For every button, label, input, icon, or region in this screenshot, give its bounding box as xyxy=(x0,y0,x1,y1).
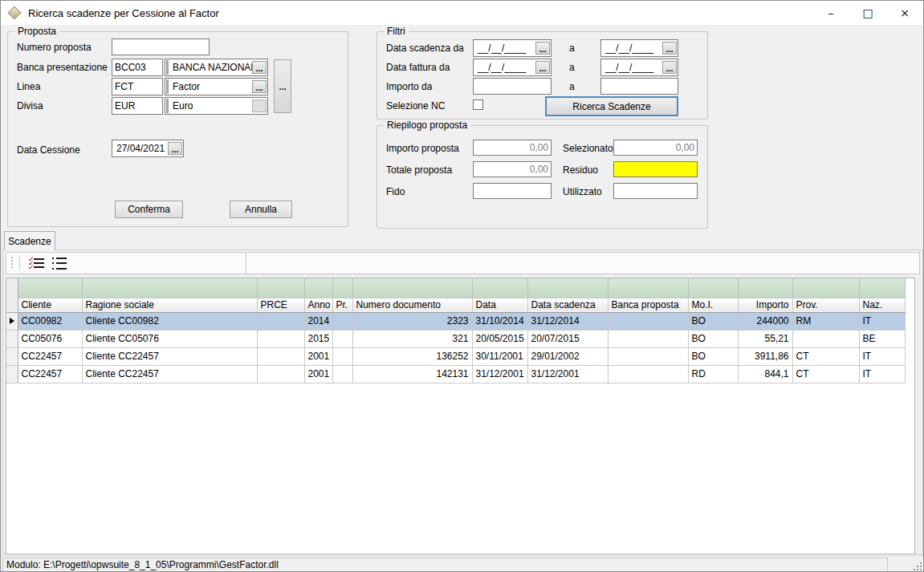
grid-cell[interactable]: BO xyxy=(688,330,738,347)
select-all-rows-button[interactable]: ✓ ✓ ✓ xyxy=(25,254,47,273)
row-selector[interactable] xyxy=(6,365,18,383)
data-scadenza-da-field[interactable]: __/__/____ ... xyxy=(473,39,552,57)
annulla-button[interactable]: Annulla xyxy=(230,201,292,218)
grid-cell[interactable]: 31/10/2014 xyxy=(472,312,527,330)
grid-cell[interactable]: CC22457 xyxy=(18,347,82,365)
filter-cell-11[interactable] xyxy=(792,278,859,298)
banca-linea-lookup-button[interactable]: ... xyxy=(274,59,291,113)
grid-cell[interactable]: 2001 xyxy=(304,365,332,383)
grid-cell[interactable] xyxy=(257,347,304,365)
utilizzato-input[interactable] xyxy=(613,183,698,199)
row-selector[interactable] xyxy=(6,312,18,330)
column-header-prov-[interactable]: Prov. xyxy=(792,298,859,312)
column-header-prce[interactable]: PRCE xyxy=(257,298,304,312)
column-header-numero-documento[interactable]: Numero documento xyxy=(352,298,472,312)
grid-cell[interactable]: CC00982 xyxy=(18,312,82,330)
grid-cell[interactable] xyxy=(332,347,352,365)
grid-cell[interactable] xyxy=(608,365,688,383)
table-row[interactable]: CC22457Cliente CC22457200113625230/11/20… xyxy=(6,347,905,365)
banca-desc-field[interactable]: BANCA NAZIONALE [ ... xyxy=(165,59,268,76)
filter-cell-12[interactable] xyxy=(859,278,905,298)
maximize-button[interactable]: □ xyxy=(849,1,886,25)
grid-cell[interactable] xyxy=(608,312,688,330)
linea-code-input[interactable] xyxy=(112,78,163,95)
deselect-all-rows-button[interactable] xyxy=(47,254,70,273)
filter-cell-5[interactable] xyxy=(352,278,472,298)
grid-cell[interactable]: 2014 xyxy=(304,312,332,330)
column-header-importo[interactable]: Importo xyxy=(738,298,792,312)
grid-cell[interactable]: CC05076 xyxy=(18,330,82,347)
table-row[interactable]: CC00982Cliente CC009822014232331/10/2014… xyxy=(6,312,905,330)
column-header-data-scadenza[interactable]: Data scadenza xyxy=(527,298,608,312)
table-row[interactable]: CC05076Cliente CC05076201532120/05/20152… xyxy=(6,330,905,347)
linea-lookup-button[interactable]: ... xyxy=(252,80,267,93)
grid-cell[interactable]: 3911,86 xyxy=(738,347,792,365)
grid-cell[interactable]: CT xyxy=(792,365,859,383)
filter-cell-0[interactable] xyxy=(18,278,82,298)
data-fattura-a-calendar-button[interactable]: ... xyxy=(662,61,677,74)
grid-cell[interactable]: IT xyxy=(859,365,905,383)
grid-cell[interactable] xyxy=(257,312,304,330)
grid-cell[interactable]: IT xyxy=(859,312,905,330)
grid-cell[interactable]: CT xyxy=(792,347,859,365)
grid-cell[interactable]: BO xyxy=(688,347,738,365)
filter-cell-4[interactable] xyxy=(332,278,352,298)
column-header-data[interactable]: Data xyxy=(472,298,527,312)
data-scadenza-a-field[interactable]: __/__/____ ... xyxy=(600,39,678,57)
numero-proposta-input[interactable] xyxy=(112,39,210,55)
conferma-button[interactable]: Conferma xyxy=(115,201,183,218)
grid-cell[interactable]: 2015 xyxy=(304,330,332,347)
grid-cell[interactable]: Cliente CC22457 xyxy=(82,365,257,383)
filter-cell-1[interactable] xyxy=(82,278,257,298)
grid-cell[interactable]: Cliente CC00982 xyxy=(82,312,257,330)
grid-cell[interactable]: 30/11/2001 xyxy=(472,347,527,365)
row-selector-header[interactable] xyxy=(6,278,18,312)
grid-cell[interactable]: 244000 xyxy=(738,312,792,330)
close-button[interactable]: × xyxy=(886,1,923,25)
divisa-code-input[interactable] xyxy=(112,97,163,115)
column-header-anno[interactable]: Anno xyxy=(304,298,332,312)
importo-da-input[interactable] xyxy=(473,78,552,95)
resize-grip[interactable] xyxy=(914,561,923,570)
filter-cell-9[interactable] xyxy=(688,278,738,298)
table-row[interactable]: CC22457Cliente CC22457200114213131/12/20… xyxy=(6,365,905,383)
filter-cell-3[interactable] xyxy=(304,278,332,298)
row-selector[interactable] xyxy=(6,330,18,347)
grid-cell[interactable]: 136252 xyxy=(352,347,472,365)
grid-cell[interactable]: 2001 xyxy=(304,347,332,365)
grid-cell[interactable] xyxy=(332,312,352,330)
grid-cell[interactable]: 142131 xyxy=(352,365,472,383)
data-scadenza-da-calendar-button[interactable]: ... xyxy=(535,42,550,55)
minimize-button[interactable]: – xyxy=(812,1,849,25)
grid-cell[interactable]: Cliente CC22457 xyxy=(82,347,257,365)
ricerca-scadenze-button[interactable]: Ricerca Scadenze xyxy=(545,96,678,116)
grid-cell[interactable] xyxy=(332,365,352,383)
grid-cell[interactable] xyxy=(608,330,688,347)
grid-cell[interactable]: 31/12/2001 xyxy=(527,365,608,383)
column-header-ragione-sociale[interactable]: Ragione sociale xyxy=(82,298,257,312)
grid-cell[interactable]: Cliente CC05076 xyxy=(82,330,257,347)
grid-cell[interactable] xyxy=(257,365,304,383)
grid-cell[interactable] xyxy=(608,347,688,365)
data-fattura-da-field[interactable]: __/__/____ ... xyxy=(473,59,552,76)
column-header-mo-i-[interactable]: Mo.I. xyxy=(688,298,738,312)
data-fattura-a-field[interactable]: __/__/____ ... xyxy=(600,59,678,76)
grid-cell[interactable]: 31/12/2001 xyxy=(472,365,527,383)
grid-cell[interactable] xyxy=(792,330,859,347)
data-scadenza-a-calendar-button[interactable]: ... xyxy=(662,42,677,55)
filter-cell-10[interactable] xyxy=(738,278,792,298)
filter-cell-6[interactable] xyxy=(472,278,527,298)
grid-cell[interactable]: 2323 xyxy=(352,312,472,330)
filter-cell-8[interactable] xyxy=(608,278,688,298)
grid-cell[interactable]: 55,21 xyxy=(738,330,792,347)
toolbar-grip-handle[interactable] xyxy=(10,257,14,270)
data-cessione-field[interactable]: 27/04/2021 ... xyxy=(112,140,184,157)
grid-cell[interactable]: 31/12/2014 xyxy=(527,312,608,330)
column-header-pr-[interactable]: Pr. xyxy=(332,298,352,312)
grid-cell[interactable]: BE xyxy=(859,330,905,347)
column-header-banca-proposta[interactable]: Banca proposta xyxy=(608,298,688,312)
data-fattura-da-calendar-button[interactable]: ... xyxy=(535,61,550,74)
filter-cell-7[interactable] xyxy=(527,278,608,298)
grid-cell[interactable]: BO xyxy=(688,312,738,330)
grid-cell[interactable]: RM xyxy=(792,312,859,330)
